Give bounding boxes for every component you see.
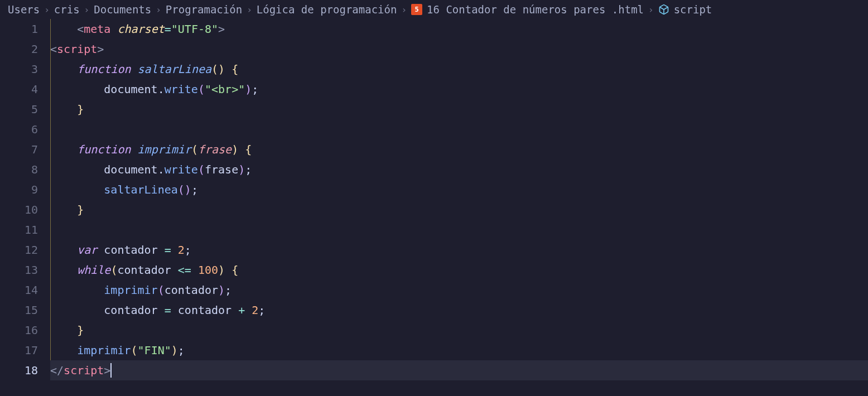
paren: ( <box>178 183 185 196</box>
tag-bracket: > <box>218 22 225 36</box>
crumb-logica[interactable]: Lógica de programación <box>257 3 397 16</box>
line-number: 17 <box>0 340 38 360</box>
code-area[interactable]: <meta charset="UTF-8"> <script> function… <box>50 19 868 393</box>
operator: <= <box>178 263 191 277</box>
string: "UTF-8" <box>171 22 218 36</box>
code-line[interactable] <box>50 119 868 139</box>
method: write <box>165 83 198 96</box>
identifier: contador <box>104 303 157 317</box>
code-line[interactable]: } <box>50 99 868 119</box>
tag-name: meta <box>84 22 110 36</box>
tag-name: script <box>64 364 104 377</box>
line-number: 7 <box>0 139 38 160</box>
identifier: contador <box>117 263 171 277</box>
brace: } <box>77 203 84 216</box>
brace: { <box>232 62 238 76</box>
code-line[interactable]: document.write(frase); <box>50 160 868 180</box>
code-line[interactable]: function saltarLinea() { <box>50 59 868 79</box>
code-line[interactable]: contador = contador + 2; <box>50 300 868 320</box>
code-line[interactable]: <script> <box>50 39 868 59</box>
number: 100 <box>198 263 218 277</box>
line-number: 2 <box>0 39 38 59</box>
code-line[interactable]: imprimir("FIN"); <box>50 340 868 360</box>
html-file-icon: 5 <box>411 4 422 15</box>
paren: ( <box>211 62 218 76</box>
function-call: imprimir <box>104 283 157 297</box>
method: write <box>165 163 198 176</box>
parameter: frase <box>198 143 232 156</box>
code-line[interactable]: function imprimir(frase) { <box>50 139 868 160</box>
paren: ( <box>158 283 165 297</box>
crumb-documents[interactable]: Documents <box>94 3 151 16</box>
brace: { <box>245 143 252 156</box>
crumb-cris[interactable]: cris <box>54 3 80 16</box>
semicolon: ; <box>258 303 265 317</box>
keyword: function <box>77 62 131 76</box>
tag-name: script <box>57 42 97 56</box>
function-call: saltarLinea <box>104 183 177 196</box>
paren: ) <box>218 62 225 76</box>
line-number: 9 <box>0 180 38 200</box>
semicolon: ; <box>191 183 198 196</box>
semicolon: ; <box>178 344 185 357</box>
code-line[interactable]: } <box>50 320 868 340</box>
chevron-icon: › <box>156 4 161 15</box>
keyword: function <box>77 143 131 156</box>
line-number: 8 <box>0 160 38 180</box>
function-call: imprimir <box>77 344 131 357</box>
chevron-icon: › <box>247 4 252 15</box>
function-name: imprimir <box>138 143 191 156</box>
paren: ( <box>110 263 117 277</box>
code-line[interactable]: var contador = 2; <box>50 240 868 260</box>
paren: ( <box>198 83 205 96</box>
code-line[interactable]: <meta charset="UTF-8"> <box>50 19 868 39</box>
equals: = <box>165 22 171 36</box>
paren: ) <box>185 183 191 196</box>
tag-bracket: < <box>50 42 57 56</box>
breadcrumb[interactable]: Users › cris › Documents › Programación … <box>0 0 868 19</box>
semicolon: ; <box>252 83 258 96</box>
line-number: 11 <box>0 220 38 240</box>
code-line[interactable]: document.write("<br>"); <box>50 79 868 99</box>
code-line[interactable] <box>50 220 868 240</box>
crumb-script[interactable]: script <box>674 3 712 16</box>
identifier: contador <box>178 303 232 317</box>
string: "<br>" <box>205 83 245 96</box>
paren: ) <box>218 283 225 297</box>
tag-bracket: </ <box>50 364 64 377</box>
semicolon: ; <box>185 243 191 257</box>
dot: . <box>158 83 165 96</box>
paren: ) <box>232 143 238 156</box>
brace: } <box>77 323 84 337</box>
identifier: document <box>104 83 157 96</box>
crumb-file[interactable]: 16 Contador de números pares .html <box>427 3 644 16</box>
function-name: saltarLinea <box>138 62 211 76</box>
line-number: 18 <box>0 360 38 380</box>
code-line[interactable]: saltarLinea(); <box>50 180 868 200</box>
code-line[interactable]: </script> <box>50 360 868 380</box>
paren: ( <box>198 163 205 176</box>
chevron-icon: › <box>401 4 407 15</box>
string: "FIN" <box>138 344 171 357</box>
paren: ) <box>238 163 245 176</box>
code-line[interactable]: while(contador <= 100) { <box>50 260 868 280</box>
code-line[interactable]: } <box>50 200 868 220</box>
line-number: 5 <box>0 99 38 119</box>
line-number: 10 <box>0 200 38 220</box>
dot: . <box>158 163 165 176</box>
number: 2 <box>252 303 258 317</box>
number: 2 <box>178 243 185 257</box>
semicolon: ; <box>225 283 232 297</box>
cursor <box>110 363 112 378</box>
code-line[interactable]: imprimir(contador); <box>50 280 868 300</box>
line-number: 4 <box>0 79 38 99</box>
paren: ( <box>191 143 198 156</box>
identifier: frase <box>205 163 238 176</box>
paren: ) <box>218 263 225 277</box>
code-editor[interactable]: 1 2 3 4 5 6 7 8 9 10 11 12 13 14 15 16 1… <box>0 19 868 393</box>
crumb-users[interactable]: Users <box>8 3 40 16</box>
brace: { <box>232 263 238 277</box>
tag-bracket: > <box>104 364 110 377</box>
operator: = <box>165 303 171 317</box>
crumb-programacion[interactable]: Programación <box>166 3 242 16</box>
